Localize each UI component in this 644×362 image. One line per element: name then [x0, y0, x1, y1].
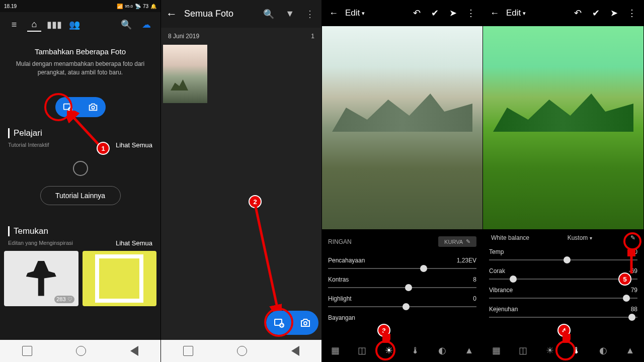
back-icon[interactable]: ← [166, 8, 177, 21]
svg-line-4 [256, 207, 278, 310]
settings-icon[interactable]: ⋮ [464, 8, 477, 19]
svg-line-3 [71, 115, 102, 148]
highlight-label: Highlight [328, 295, 352, 302]
recents-button[interactable] [183, 346, 193, 356]
temp-slider[interactable] [489, 259, 637, 260]
add-photo-fab[interactable] [266, 311, 292, 335]
home-tab[interactable]: ⌂ [27, 18, 41, 32]
empty-title: Tambahkan Beberapa Foto [8, 47, 152, 56]
panel-home: 18.19 📶 95.0 📡 73 🔔 ≡ ⌂ ▮▮▮ 👥 🔍 ☁ Tambah… [0, 0, 161, 362]
learn-see-all[interactable]: Lihat Semua [116, 141, 152, 149]
accept-icon[interactable]: ✔ [428, 8, 441, 19]
cloud-icon[interactable]: ☁ [139, 18, 153, 32]
shared-icon[interactable]: 👥 [67, 18, 82, 32]
more-icon[interactable]: ⋮ [305, 9, 314, 20]
color-tool-icon[interactable]: 🌡 [571, 344, 583, 356]
empty-desc: Mulai dengan menambahkan beberapa foto d… [8, 60, 152, 77]
add-image-icon [273, 317, 285, 329]
exposure-slider[interactable] [328, 268, 476, 269]
chevron-down-icon: ▾ [362, 10, 365, 17]
annotation-arrow-5 [627, 249, 635, 275]
all-photos-title: Semua Foto [184, 9, 254, 19]
photo-thumbnail[interactable] [163, 45, 207, 103]
photo-preview-edited[interactable] [483, 26, 643, 229]
status-bar: 18.19 📶 95.0 📡 73 🔔 [0, 0, 160, 12]
presets-icon[interactable]: ▦ [330, 344, 342, 356]
top-nav: ≡ ⌂ ▮▮▮ 👥 🔍 ☁ [0, 12, 160, 37]
vibrance-value: 79 [631, 287, 637, 294]
more-tutorials-button[interactable]: Tutorial Lainnya [40, 186, 121, 205]
exposure-value: 1,23EV [457, 257, 476, 264]
saturation-slider[interactable] [489, 317, 637, 318]
vibrance-slider[interactable] [489, 298, 637, 299]
highlight-slider[interactable] [328, 306, 476, 307]
wb-preset-select[interactable]: Kustom▾ [568, 234, 593, 241]
search-icon[interactable]: 🔍 [119, 18, 133, 32]
more-icon[interactable]: ⋮ [625, 8, 638, 19]
annotation-badge-1: 1 [97, 142, 110, 155]
svg-point-7 [304, 322, 307, 325]
recents-button[interactable] [22, 346, 32, 356]
discover-see-all[interactable]: Lihat Semua [116, 239, 152, 247]
undo-icon[interactable]: ↶ [410, 8, 423, 19]
discover-subtitle: Editan yang Menginspirasi [8, 240, 73, 246]
wb-label: White balance [491, 234, 529, 241]
tint-slider[interactable] [489, 279, 637, 280]
date-header: 8 Juni 2019 1 [161, 28, 321, 45]
filter-icon[interactable]: ▼ [285, 9, 294, 19]
vibrance-label: Vibrance [489, 287, 513, 294]
battery-label: 73 [143, 4, 148, 9]
bell-icon: 🔔 [150, 4, 156, 9]
photo-preview-original[interactable] [322, 26, 482, 229]
edit-title[interactable]: Edit▾ [345, 8, 365, 18]
light-tool-icon[interactable]: ☀ [383, 344, 395, 356]
menu-icon[interactable]: ≡ [7, 18, 21, 32]
discover-thumb-2[interactable] [83, 251, 157, 306]
net-speed: 95.0 [125, 4, 133, 9]
back-icon[interactable]: ← [488, 8, 501, 19]
home-button[interactable] [76, 346, 86, 356]
light-tool-icon[interactable]: ☀ [544, 344, 556, 356]
crop-icon[interactable]: ◫ [356, 344, 368, 356]
annotation-arrow-3 [382, 331, 390, 343]
accept-icon[interactable]: ✔ [589, 8, 602, 19]
effects-icon[interactable]: ◐ [436, 344, 448, 356]
share-icon[interactable]: ➤ [607, 8, 620, 19]
effects-icon[interactable]: ◐ [597, 344, 609, 356]
discover-title: Temukan [8, 226, 48, 236]
eyedropper-icon[interactable]: ✎ [630, 234, 635, 241]
undo-icon[interactable]: ↶ [571, 8, 584, 19]
edit-title[interactable]: Edit▾ [506, 8, 526, 18]
detail-icon[interactable]: ▲ [624, 344, 636, 356]
system-nav [161, 340, 321, 362]
color-tool-icon[interactable]: 🌡 [410, 344, 422, 356]
likes-badge: 283 ♡ [54, 296, 74, 303]
search-icon[interactable]: 🔍 [263, 9, 274, 20]
crop-icon[interactable]: ◫ [517, 344, 529, 356]
home-button[interactable] [237, 346, 247, 356]
library-icon[interactable]: ▮▮▮ [47, 18, 61, 32]
share-icon[interactable]: ➤ [446, 8, 459, 19]
curve-button[interactable]: KURVA ✎ [438, 236, 476, 247]
highlight-value: 0 [473, 295, 476, 302]
back-button[interactable] [291, 346, 299, 356]
chevron-down-icon: ▾ [590, 235, 592, 241]
panel-edit-light: ← Edit▾ ↶ ✔ ➤ ⋮ RINGAN KURVA ✎ Pencahaya… [322, 0, 483, 362]
discover-thumb-1[interactable]: 283 ♡ [4, 251, 78, 306]
detail-icon[interactable]: ▲ [463, 344, 475, 356]
contrast-value: 8 [473, 276, 476, 283]
edit-header-4: ← Edit▾ ↶ ✔ ➤ ⋮ [483, 0, 643, 26]
saturation-label: Kejenuhan [489, 306, 518, 313]
svg-point-2 [92, 106, 95, 109]
camera-fab[interactable] [292, 311, 318, 335]
annotation-arrow-2 [252, 204, 282, 315]
back-button[interactable] [130, 346, 138, 356]
presets-icon[interactable]: ▦ [491, 344, 503, 356]
panel-all-photos: ← Semua Foto 🔍 ▼ ⋮ 8 Juni 2019 1 2 [161, 0, 322, 362]
back-icon[interactable]: ← [327, 8, 340, 19]
chevron-down-icon: ▾ [523, 10, 526, 17]
signal-icon: 📶 [117, 4, 123, 9]
tint-label: Corak [489, 267, 505, 275]
contrast-slider[interactable] [328, 287, 476, 288]
camera-icon [299, 317, 311, 329]
